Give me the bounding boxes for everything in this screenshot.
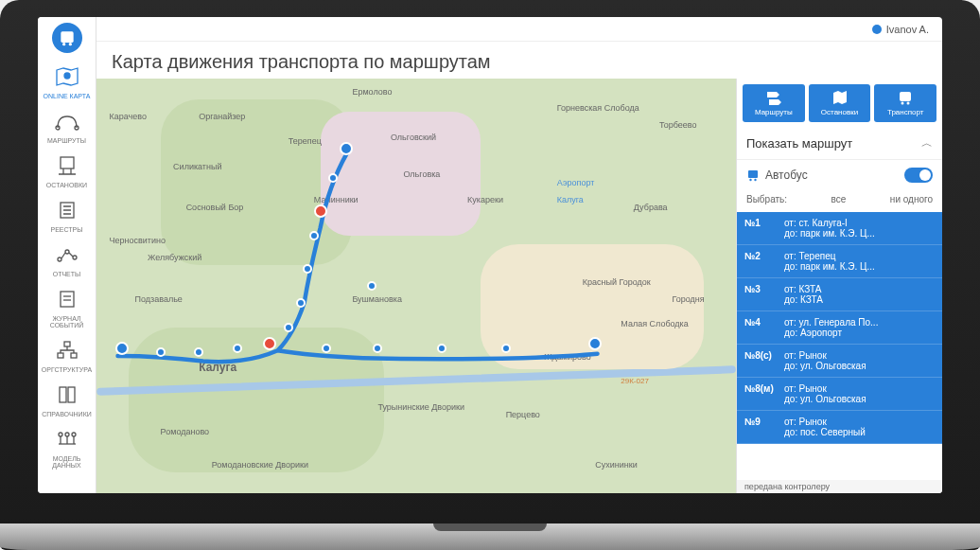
user-avatar-icon[interactable] bbox=[872, 25, 882, 34]
nav-registry[interactable]: РЕЕСТРЫ bbox=[38, 194, 96, 239]
nav-label: СПРАВОЧНИКИ bbox=[42, 411, 92, 417]
bus-icon bbox=[897, 90, 914, 105]
nav-stops[interactable]: ОСТАНОВКИ bbox=[38, 150, 96, 194]
route-item[interactable]: №3 от: КЗТА до: КЗТА bbox=[737, 278, 942, 311]
route-stop-marker[interactable] bbox=[156, 347, 166, 357]
route-stop-marker[interactable] bbox=[373, 344, 382, 353]
route-to: до: КЗТА bbox=[784, 294, 935, 305]
nav-label: МАРШРУТЫ bbox=[47, 137, 86, 144]
user-name[interactable]: Ivanov A. bbox=[886, 24, 929, 35]
route-stop-marker[interactable] bbox=[340, 142, 353, 155]
nav-journal[interactable]: ЖУРНАЛ СОБЫТИЙ bbox=[38, 283, 96, 334]
sidebar: ONLINE КАРТА МАРШРУТЫ ОСТАНОВКИ РЕЕСТРЫ … bbox=[38, 17, 96, 493]
select-all[interactable]: все bbox=[831, 194, 847, 204]
svg-rect-21 bbox=[58, 353, 63, 358]
route-item[interactable]: №1 от: ст. Калуга-I до: парк им. К.Э. Ц.… bbox=[737, 212, 942, 245]
map[interactable]: Карачево Ермолово Горневская Слобода Тор… bbox=[96, 79, 736, 493]
svg-point-3 bbox=[64, 73, 70, 79]
bus-icon bbox=[58, 28, 77, 47]
route-info: от: КЗТА до: КЗТА bbox=[784, 284, 935, 305]
map-fold-icon bbox=[831, 90, 849, 105]
route-stop-marker[interactable] bbox=[284, 323, 293, 332]
svg-point-34 bbox=[907, 102, 910, 105]
route-stop-marker[interactable] bbox=[296, 298, 306, 308]
route-stop-marker[interactable] bbox=[303, 264, 312, 274]
nav-label: ОСТАНОВКИ bbox=[46, 182, 87, 188]
nav-label: ONLINE КАРТА bbox=[44, 93, 91, 99]
route-stop-marker[interactable] bbox=[367, 281, 376, 291]
nav-org[interactable]: ОРГСТРУКТУРА bbox=[38, 334, 96, 379]
laptop-notch bbox=[433, 523, 547, 531]
tab-routes[interactable]: Маршруты bbox=[743, 84, 805, 122]
route-stop-marker[interactable] bbox=[115, 342, 129, 355]
route-from: от: Рынок bbox=[784, 350, 935, 361]
app-screen: ONLINE КАРТА МАРШРУТЫ ОСТАНОВКИ РЕЕСТРЫ … bbox=[38, 17, 942, 493]
svg-point-16 bbox=[73, 256, 77, 259]
route-info: от: ст. Калуга-I до: парк им. К.Э. Ц... bbox=[784, 218, 935, 239]
route-stop-marker[interactable] bbox=[588, 337, 602, 350]
tab-transport[interactable]: Транспорт bbox=[874, 84, 936, 122]
nav-reference[interactable]: СПРАВОЧНИКИ bbox=[38, 379, 96, 423]
filter-bus: Автобус bbox=[737, 160, 942, 190]
route-stop-marker[interactable] bbox=[322, 344, 331, 353]
select-none[interactable]: ни одного bbox=[890, 194, 933, 204]
svg-point-33 bbox=[901, 102, 904, 105]
route-stop-marker[interactable] bbox=[233, 344, 242, 353]
nav-label: ЖУРНАЛ СОБЫТИЙ bbox=[40, 315, 94, 328]
nav-reports[interactable]: ОТЧЕТЫ bbox=[38, 239, 96, 283]
route-from: от: Рынок bbox=[784, 383, 935, 394]
svg-rect-6 bbox=[61, 157, 74, 169]
page-title: Карта движения транспорта по маршрутам bbox=[96, 42, 942, 79]
svg-point-26 bbox=[65, 433, 69, 436]
tab-stops[interactable]: Остановки bbox=[809, 84, 871, 122]
route-stop-marker[interactable] bbox=[437, 344, 446, 353]
route-number: №2 bbox=[744, 251, 777, 272]
route-stop-marker[interactable] bbox=[309, 231, 319, 240]
tab-label: Транспорт bbox=[887, 108, 923, 116]
svg-rect-20 bbox=[64, 342, 70, 346]
toggle-bus[interactable] bbox=[904, 168, 933, 183]
route-item[interactable]: №2 от: Терепец до: парк им. К.Э. Ц... bbox=[737, 245, 942, 278]
nav-routes[interactable]: МАРШРУТЫ bbox=[38, 105, 96, 150]
route-item[interactable]: №4 от: ул. Генерала По... до: Аэропорт bbox=[737, 311, 942, 345]
route-item[interactable]: №9 от: Рынок до: пос. Северный bbox=[737, 411, 942, 444]
route-stop-marker[interactable] bbox=[194, 347, 203, 357]
svg-point-14 bbox=[58, 257, 61, 261]
main-content: Ivanov A. Карта движения транспорта по м… bbox=[96, 17, 942, 493]
app-logo[interactable] bbox=[52, 23, 82, 53]
route-to: до: ул. Ольговская bbox=[784, 394, 935, 404]
svg-point-2 bbox=[68, 43, 71, 45]
route-item[interactable]: №8(с) от: Рынок до: ул. Ольговская bbox=[737, 345, 942, 378]
registry-icon bbox=[55, 200, 79, 224]
route-info: от: Рынок до: пос. Северный bbox=[784, 417, 935, 437]
route-from: от: КЗТА bbox=[784, 284, 935, 294]
svg-point-27 bbox=[72, 433, 76, 436]
route-info: от: Рынок до: ул. Ольговская bbox=[784, 350, 935, 371]
route-stop-marker[interactable] bbox=[263, 337, 276, 350]
nav-label: ОРГСТРУКТУРА bbox=[42, 366, 92, 373]
route-polyline bbox=[96, 79, 736, 493]
svg-point-36 bbox=[749, 179, 751, 181]
route-from: от: Терепец bbox=[784, 251, 935, 261]
route-number: №1 bbox=[744, 218, 777, 239]
route-number: №3 bbox=[744, 284, 777, 305]
route-stop-marker[interactable] bbox=[501, 344, 511, 353]
nav-online-map[interactable]: ONLINE КАРТА bbox=[38, 61, 96, 105]
route-stop-marker[interactable] bbox=[314, 204, 327, 218]
route-item[interactable]: №8(м) от: Рынок до: ул. Ольговская bbox=[737, 378, 942, 411]
route-to: до: пос. Северный bbox=[784, 427, 935, 437]
route-number: №8(с) bbox=[744, 350, 777, 371]
right-panel: Маршруты Остановки Транспорт bbox=[736, 79, 942, 493]
route-from: от: Рынок bbox=[784, 417, 935, 427]
route-to: до: Аэропорт bbox=[784, 328, 935, 338]
nav-label: РЕЕСТРЫ bbox=[51, 226, 83, 233]
nav-label: ОТЧЕТЫ bbox=[53, 271, 81, 277]
route-info: от: Рынок до: ул. Ольговская bbox=[784, 383, 935, 404]
select-row: Выбрать: все ни одного bbox=[737, 190, 942, 212]
nav-model[interactable]: МОДЕЛЬ ДАННЫХ bbox=[38, 423, 96, 474]
panel-show-route[interactable]: Показать маршрут ︿ bbox=[737, 128, 942, 160]
stops-icon bbox=[55, 155, 79, 180]
route-list[interactable]: №1 от: ст. Калуга-I до: парк им. К.Э. Ц.… bbox=[737, 212, 942, 480]
route-info: от: ул. Генерала По... до: Аэропорт bbox=[784, 317, 935, 338]
route-stop-marker[interactable] bbox=[328, 173, 338, 183]
